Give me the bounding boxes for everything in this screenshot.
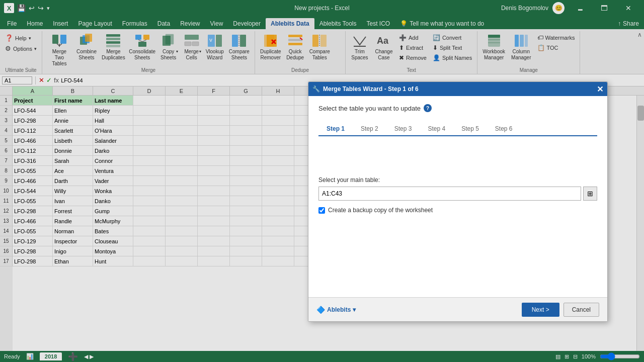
modal-icon: 🔧 (312, 85, 320, 93)
select-range-icon: ⊞ (587, 190, 593, 198)
modal-title-left: 🔧 Merge Tables Wizard - Step 1 of 6 (312, 85, 419, 93)
ablebits-logo-icon: 🔷 (316, 306, 325, 314)
backup-checkbox-label: Create a backup copy of the worksheet (328, 207, 433, 214)
main-table-label: Select your main table: (318, 176, 597, 184)
backup-checkbox-row: Create a backup copy of the worksheet (318, 207, 597, 214)
modal-title: Merge Tables Wizard - Step 1 of 6 (323, 85, 419, 93)
ablebits-brand-label: Ablebits (327, 306, 351, 313)
wizard-step-tabs: Step 1 Step 2 Step 3 Step 4 Step 5 Step … (318, 122, 597, 136)
next-button[interactable]: Next > (522, 303, 559, 317)
ablebits-dropdown-icon: ▾ (353, 306, 356, 313)
main-table-section: Select your main table: ⊞ Create a backu… (318, 176, 597, 214)
cancel-button[interactable]: Cancel (564, 303, 599, 317)
modal-close-button[interactable]: ✕ (597, 84, 603, 94)
step-tab-3[interactable]: Step 3 (386, 122, 420, 136)
step-tab-1[interactable]: Step 1 (318, 122, 353, 136)
backup-checkbox[interactable] (318, 207, 325, 214)
modal-title-bar: 🔧 Merge Tables Wizard - Step 1 of 6 ✕ (308, 82, 607, 96)
ablebits-brand[interactable]: 🔷 Ablebits ▾ (316, 306, 356, 314)
step-tab-4[interactable]: Step 4 (420, 122, 453, 136)
modal-question: Select the table you want to update ? (318, 104, 597, 112)
modal-footer: 🔷 Ablebits ▾ Next > Cancel (308, 297, 607, 321)
main-table-input-row: ⊞ (318, 187, 597, 201)
modal-question-text: Select the table you want to update (318, 105, 421, 112)
main-table-input[interactable] (318, 187, 581, 201)
step-tab-2[interactable]: Step 2 (353, 122, 386, 136)
step-tab-6[interactable]: Step 6 (487, 122, 521, 136)
select-range-button[interactable]: ⊞ (583, 187, 597, 201)
step-tab-5[interactable]: Step 5 (453, 122, 487, 136)
modal-body: Select the table you want to update ? St… (308, 96, 607, 297)
footer-buttons: Next > Cancel (522, 303, 599, 317)
modal-help-icon[interactable]: ? (424, 104, 432, 112)
merge-tables-wizard: 🔧 Merge Tables Wizard - Step 1 of 6 ✕ Se… (308, 81, 608, 322)
